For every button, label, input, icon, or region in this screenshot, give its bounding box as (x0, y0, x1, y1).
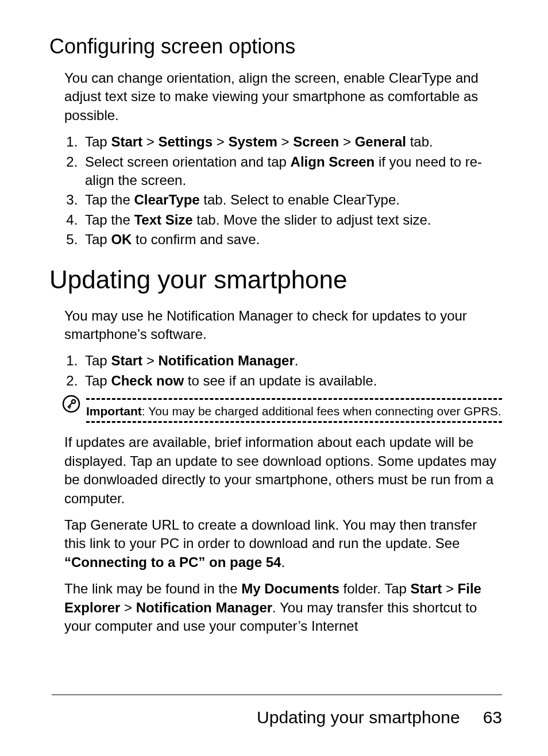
text: > (142, 353, 158, 368)
text: Tap (85, 353, 111, 368)
text: > (277, 134, 293, 149)
bold-start: Start (411, 581, 442, 596)
intro-paragraph: You can change orientation, align the sc… (64, 69, 502, 125)
bold-settings: Settings (158, 134, 213, 149)
text: Tap (85, 232, 111, 247)
text: Tap (85, 134, 111, 149)
text: Select screen orientation and tap (85, 154, 291, 169)
bold-notification-manager: Notification Manager (158, 353, 294, 368)
step-item: Tap OK to confirm and save. (82, 230, 502, 249)
text: folder. Tap (339, 581, 411, 596)
page-footer: Updating your smartphone63 (52, 695, 502, 727)
bold-ok: OK (111, 232, 132, 247)
note-label: Important (86, 404, 142, 418)
svg-line-4 (70, 406, 71, 407)
steps-list-updating: Tap Start > Notification Manager. Tap Ch… (82, 352, 502, 390)
text: . (295, 353, 299, 368)
bold-system: System (228, 134, 277, 149)
step-item: Tap Check now to see if an update is ava… (82, 372, 502, 390)
bold-align-screen: Align Screen (291, 154, 375, 169)
text: > (120, 600, 136, 615)
text: to see if an update is available. (184, 373, 377, 388)
bold-text-size: Text Size (134, 212, 192, 227)
key-icon (62, 395, 80, 415)
bold-start: Start (111, 134, 142, 149)
text: Tap the (85, 212, 134, 227)
body-paragraph: The link may be found in the My Document… (64, 580, 502, 635)
bold-start: Start (111, 353, 142, 368)
text: > (142, 134, 158, 149)
text: Tap Generate URL to create a download li… (64, 517, 477, 551)
body-paragraph: Tap Generate URL to create a download li… (64, 516, 502, 572)
step-item: Tap the ClearType tab. Select to enable … (82, 191, 502, 209)
note-content: Important: You may be charged additional… (86, 398, 502, 423)
bold-check-now: Check now (111, 373, 184, 388)
steps-list-configuring: Tap Start > Settings > System > Screen >… (82, 133, 502, 249)
bold-screen: Screen (293, 134, 339, 149)
text: Tap the (85, 192, 134, 207)
text: tab. (406, 134, 433, 149)
text: > (339, 134, 354, 149)
bold-my-documents: My Documents (241, 581, 339, 596)
text: > (213, 134, 228, 149)
important-note: Important: You may be charged additional… (64, 398, 502, 423)
footer-title: Updating your smartphone (257, 708, 460, 727)
intro-paragraph-updating: You may use he Notification Manager to c… (64, 307, 502, 344)
bold-cross-ref: “Connecting to a PC” on page 54 (64, 554, 281, 570)
step-item: Tap Start > Notification Manager. (82, 352, 502, 370)
text: to confirm and save. (132, 232, 260, 247)
step-item: Select screen orientation and tap Align … (82, 153, 502, 190)
step-item: Tap Start > Settings > System > Screen >… (82, 133, 502, 151)
note-text: : You may be charged additional fees whe… (142, 404, 501, 418)
section-heading-configuring: Configuring screen options (49, 34, 502, 59)
bold-notification-manager: Notification Manager (136, 600, 272, 615)
text: The link may be found in the (64, 581, 241, 596)
step-item: Tap the Text Size tab. Move the slider t… (82, 211, 502, 229)
text: tab. Select to enable ClearType. (200, 192, 400, 207)
bold-cleartype: ClearType (134, 192, 199, 207)
text: . (281, 554, 285, 570)
text: tab. Move the slider to adjust text size… (193, 212, 431, 227)
section-heading-updating: Updating your smartphone (49, 265, 502, 294)
bold-general: General (355, 134, 406, 149)
page-number: 63 (483, 708, 502, 727)
text: Tap (85, 373, 111, 388)
svg-line-3 (68, 407, 70, 408)
body-paragraph: If updates are available, brief informat… (64, 433, 502, 508)
text: > (442, 581, 457, 596)
